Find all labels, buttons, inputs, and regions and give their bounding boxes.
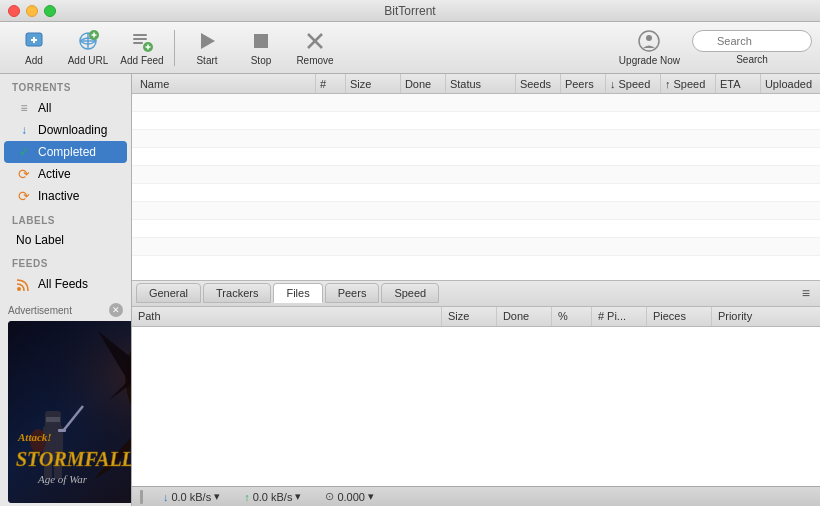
files-table-header: Path Size Done % # Pi... Pieces xyxy=(132,307,820,327)
ratio-chevron[interactable]: ▾ xyxy=(368,490,374,503)
down-speed-chevron[interactable]: ▾ xyxy=(214,490,220,503)
search-wrap: 🔍 Search xyxy=(692,30,812,65)
down-speed-status: ↓ 0.0 kB/s ▾ xyxy=(163,490,220,503)
up-speed-chevron[interactable]: ▾ xyxy=(295,490,301,503)
resize-handle[interactable] xyxy=(140,490,151,504)
toolbar-separator-1 xyxy=(174,30,175,66)
files-table-body xyxy=(132,327,820,487)
completed-icon: ✓ xyxy=(16,144,32,160)
ad-close-button[interactable]: ✕ xyxy=(109,303,123,317)
sidebar-item-downloading-label: Downloading xyxy=(38,123,107,137)
sidebar: TORRENTS ≡ All ↓ Downloading ✓ Completed… xyxy=(0,74,132,506)
labels-section-label: LABELS xyxy=(0,207,131,230)
start-icon xyxy=(195,29,219,53)
fcol-path: Path xyxy=(132,307,442,326)
ad-illustration: Attack! STORMFALL Age of War xyxy=(8,321,132,503)
title-bar: BitTorrent xyxy=(0,0,820,22)
sidebar-item-no-label-text: No Label xyxy=(16,233,64,247)
stop-icon xyxy=(249,29,273,53)
sidebar-item-all-feeds[interactable]: All Feeds xyxy=(4,273,127,295)
ad-area: Advertisement ✕ xyxy=(0,295,131,506)
start-button[interactable]: Start xyxy=(181,26,233,70)
svg-rect-10 xyxy=(133,38,147,40)
sidebar-item-no-label[interactable]: No Label xyxy=(4,230,127,250)
up-speed-value: 0.0 kB/s xyxy=(253,491,293,503)
col-name: Name xyxy=(136,74,316,93)
svg-text:Attack!: Attack! xyxy=(17,431,52,443)
start-label: Start xyxy=(196,55,217,66)
toolbar: Add Add URL xyxy=(0,22,820,74)
sidebar-item-downloading[interactable]: ↓ Downloading xyxy=(4,119,127,141)
down-speed-value: 0.0 kB/s xyxy=(171,491,211,503)
fcol-pieces-num: # Pi... xyxy=(592,307,647,326)
add-url-button[interactable]: Add URL xyxy=(62,26,114,70)
sidebar-item-all-feeds-label: All Feeds xyxy=(38,277,88,291)
main-area: TORRENTS ≡ All ↓ Downloading ✓ Completed… xyxy=(0,74,820,506)
svg-marker-15 xyxy=(201,33,215,49)
search-input[interactable] xyxy=(692,30,812,52)
remove-button[interactable]: Remove xyxy=(289,26,341,70)
sidebar-item-inactive-label: Inactive xyxy=(38,189,79,203)
feeds-icon xyxy=(16,276,32,292)
upgrade-icon xyxy=(637,29,661,53)
col-up-speed: ↑ Speed xyxy=(661,74,716,93)
traffic-lights xyxy=(8,5,56,17)
status-bar: ↓ 0.0 kB/s ▾ ↑ 0.0 kB/s ▾ ⊙ 0.000 ▾ xyxy=(132,486,820,506)
fcol-priority: Priority xyxy=(712,307,820,326)
ad-label: Advertisement xyxy=(8,305,72,316)
svg-rect-11 xyxy=(133,42,143,44)
col-num: # xyxy=(316,74,346,93)
svg-rect-32 xyxy=(46,417,60,422)
table-row[interactable] xyxy=(132,220,820,238)
table-row[interactable] xyxy=(132,202,820,220)
resize-handle-bar xyxy=(140,490,143,504)
all-icon: ≡ xyxy=(16,100,32,116)
table-row[interactable] xyxy=(132,148,820,166)
sidebar-item-active[interactable]: ⟳ Active xyxy=(4,163,127,185)
table-row[interactable] xyxy=(132,238,820,256)
tabs-bar: General Trackers Files Peers Speed ≡ xyxy=(132,281,820,307)
col-seeds: Seeds xyxy=(516,74,561,93)
fcol-done: Done xyxy=(497,307,552,326)
tab-speed[interactable]: Speed xyxy=(381,283,439,303)
col-uploaded: Uploaded xyxy=(761,74,816,93)
fcol-size: Size xyxy=(442,307,497,326)
upgrade-button[interactable]: Upgrade Now xyxy=(609,26,690,70)
tab-trackers[interactable]: Trackers xyxy=(203,283,271,303)
minimize-button[interactable] xyxy=(26,5,38,17)
torrent-table: Name # Size Done Status Seeds Pe xyxy=(132,74,820,280)
upgrade-label: Upgrade Now xyxy=(619,55,680,66)
tab-files[interactable]: Files xyxy=(273,283,322,303)
torrents-section-label: TORRENTS xyxy=(0,74,131,97)
table-row[interactable] xyxy=(132,184,820,202)
ad-image[interactable]: Attack! STORMFALL Age of War xyxy=(8,321,132,503)
sidebar-item-all-label: All xyxy=(38,101,51,115)
add-url-label: Add URL xyxy=(68,55,109,66)
fcol-pieces: Pieces xyxy=(647,307,712,326)
down-speed-icon: ↓ xyxy=(163,491,169,503)
right-content: Name # Size Done Status Seeds Pe xyxy=(132,74,820,506)
ratio-value: 0.000 xyxy=(337,491,365,503)
stop-button[interactable]: Stop xyxy=(235,26,287,70)
table-row[interactable] xyxy=(132,94,820,112)
close-button[interactable] xyxy=(8,5,20,17)
torrent-table-body xyxy=(132,94,820,280)
table-row[interactable] xyxy=(132,112,820,130)
downloading-icon: ↓ xyxy=(16,122,32,138)
svg-text:Age of War: Age of War xyxy=(37,473,88,485)
stop-label: Stop xyxy=(251,55,272,66)
svg-rect-9 xyxy=(133,34,147,36)
sidebar-item-inactive[interactable]: ⟳ Inactive xyxy=(4,185,127,207)
remove-icon xyxy=(303,29,327,53)
table-row[interactable] xyxy=(132,130,820,148)
add-feed-button[interactable]: Add Feed xyxy=(116,26,168,70)
table-row[interactable] xyxy=(132,166,820,184)
add-button[interactable]: Add xyxy=(8,26,60,70)
up-speed-status: ↑ 0.0 kB/s ▾ xyxy=(244,490,301,503)
maximize-button[interactable] xyxy=(44,5,56,17)
sidebar-item-completed[interactable]: ✓ Completed xyxy=(4,141,127,163)
tab-general[interactable]: General xyxy=(136,283,201,303)
tab-peers[interactable]: Peers xyxy=(325,283,380,303)
tab-menu-button[interactable]: ≡ xyxy=(796,282,816,304)
sidebar-item-all[interactable]: ≡ All xyxy=(4,97,127,119)
